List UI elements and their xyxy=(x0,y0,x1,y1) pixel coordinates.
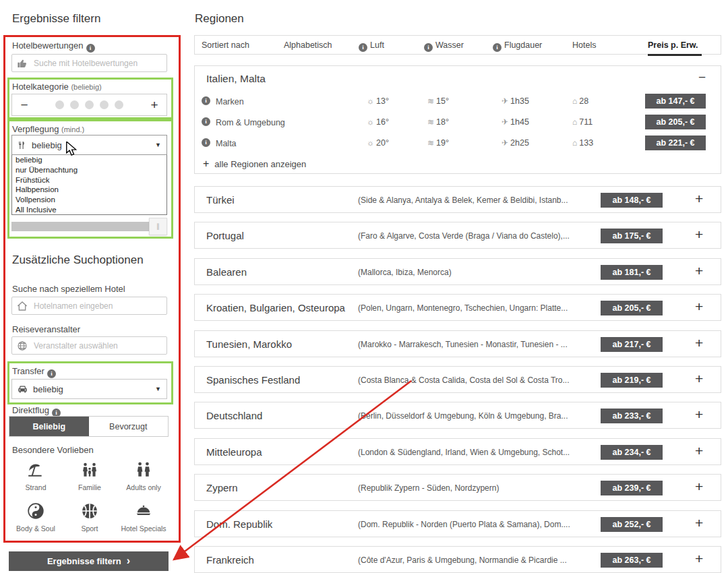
sort-option-wasser[interactable]: iWasser xyxy=(424,40,464,52)
filter-submit-button[interactable]: Ergebnisse filtern › xyxy=(9,551,169,571)
direktflug-option-beliebig[interactable]: Beliebig xyxy=(9,417,89,436)
house-icon xyxy=(17,301,28,311)
yin-yang-icon xyxy=(27,502,44,520)
info-icon: i xyxy=(493,43,502,52)
veranstalter-input[interactable] xyxy=(11,336,167,355)
pref-familie[interactable]: Familie xyxy=(63,461,117,491)
region-description: (London & Südengland, Irland, Wien & Umg… xyxy=(358,448,570,457)
expand-plus-icon[interactable]: + xyxy=(695,479,703,495)
region-name: Spanisches Festland xyxy=(206,374,300,386)
hotel-count: ⌂133 xyxy=(572,138,593,148)
show-all-regions-link[interactable]: +alle Regionen anzeigen xyxy=(203,158,306,170)
price-badge[interactable]: ab 148,- € xyxy=(601,193,663,208)
region-name: Mitteleuropa xyxy=(206,446,262,458)
price-badge[interactable]: ab 217,- € xyxy=(601,337,663,352)
region-row[interactable]: Deutschland (Berlin, Düsseldorf & Umgebu… xyxy=(194,402,721,429)
region-description: (Mallorca, Ibiza, Menorca) xyxy=(358,268,452,277)
price-badge[interactable]: ab 252,- € xyxy=(601,517,663,532)
sort-option-preis[interactable]: Preis p. Erw. xyxy=(648,40,698,50)
collapse-minus-icon[interactable]: − xyxy=(698,70,706,85)
hotelkategorie-label: Hotelkategorie (beliebig) xyxy=(12,82,102,92)
expand-plus-icon[interactable]: + xyxy=(695,443,703,459)
transfer-select[interactable]: beliebig ▼ xyxy=(11,379,167,399)
info-icon[interactable]: i xyxy=(202,138,210,147)
expanded-region-card: Italien, Malta − i Marken ☼13° ≋15° ✈1h3… xyxy=(194,65,721,174)
price-badge[interactable]: ab 233,- € xyxy=(601,409,663,423)
region-row[interactable]: Zypern (Republik Zypern - Süden, Nordzyp… xyxy=(194,474,721,501)
region-row[interactable]: Tunesien, Marokko (Marokko - Marrakesch,… xyxy=(194,330,721,357)
dropdown-option[interactable]: Halbpension xyxy=(12,185,166,195)
region-row[interactable]: Mitteleuropa (London & Südengland, Irlan… xyxy=(194,438,721,465)
car-icon xyxy=(18,385,28,394)
pref-strand[interactable]: Strand xyxy=(9,461,63,491)
sun-icon: ☼ xyxy=(367,96,374,106)
vorlieben-grid: Strand Familie Adults only Body & Soul S… xyxy=(9,461,171,533)
pref-sport[interactable]: Sport xyxy=(63,502,117,533)
price-badge[interactable]: ab 263,- € xyxy=(601,553,663,568)
region-row[interactable]: Portugal (Faro & Algarve, Costa Verde (B… xyxy=(194,222,721,249)
subregion-row[interactable]: i Marken ☼13° ≋15° ✈1h35 ⌂28 ab 147,- € xyxy=(195,91,721,112)
vorlieben-label: Besondere Vorlieben xyxy=(12,445,94,455)
region-description: (Dom. Republik - Norden (Puerto Plata & … xyxy=(358,520,570,529)
plane-icon: ✈ xyxy=(502,96,508,106)
dropdown-option[interactable]: nur Übernachtung xyxy=(12,165,166,175)
subregion-row[interactable]: i Malta ☼20° ≋19° ✈2h25 ⌂133 ab 221,- € xyxy=(195,133,721,154)
expand-plus-icon[interactable]: + xyxy=(695,406,703,423)
basketball-icon xyxy=(81,502,98,520)
region-row[interactable]: Balearen (Mallorca, Ibiza, Menorca) ab 1… xyxy=(194,258,721,285)
price-badge[interactable]: ab 205,- € xyxy=(601,301,663,315)
info-icon[interactable]: i xyxy=(202,96,210,105)
sort-option-hotels[interactable]: Hotels xyxy=(572,40,596,50)
price-badge[interactable]: ab 205,- € xyxy=(645,115,706,129)
sort-option-luft[interactable]: iLuft xyxy=(359,40,384,52)
price-badge[interactable]: ab 221,- € xyxy=(645,135,706,150)
price-badge[interactable]: ab 181,- € xyxy=(601,265,663,280)
sort-label: Sortiert nach xyxy=(202,40,249,50)
price-badge[interactable]: ab 147,- € xyxy=(645,94,706,109)
pref-adults-only[interactable]: Adults only xyxy=(117,461,171,491)
region-row[interactable]: Frankreich (Côte d'Azur, Paris & Umgebun… xyxy=(194,546,721,573)
verpflegung-select[interactable]: beliebig ▼ xyxy=(11,135,167,155)
plane-icon: ✈ xyxy=(502,117,508,127)
dropdown-option[interactable]: Vollpension xyxy=(12,195,166,205)
expand-plus-icon[interactable]: + xyxy=(695,335,703,351)
expand-plus-icon[interactable]: + xyxy=(695,299,703,315)
water-temp: ≋15° xyxy=(427,96,449,106)
region-row[interactable]: Spanisches Festland (Costa Blanca & Cost… xyxy=(194,366,721,393)
sort-option-flugdauer[interactable]: iFlugdauer xyxy=(493,40,542,52)
info-icon[interactable]: i xyxy=(86,44,95,53)
info-icon: i xyxy=(359,43,367,52)
category-minus-button[interactable]: − xyxy=(12,98,36,113)
category-dots xyxy=(36,100,142,109)
pref-hotel-specials[interactable]: Hotel Specials xyxy=(117,502,171,533)
region-name: Frankreich xyxy=(206,554,254,566)
dropdown-option[interactable]: Frühstück xyxy=(12,175,166,185)
direktflug-option-bevorzugt[interactable]: Bevorzugt xyxy=(89,417,169,436)
region-name: Zypern xyxy=(206,482,238,493)
expand-plus-icon[interactable]: + xyxy=(695,263,703,279)
region-row[interactable]: Kroatien, Bulgarien, Osteuropa (Polen, U… xyxy=(194,294,721,321)
hotelbewertungen-input[interactable] xyxy=(11,54,167,72)
price-badge[interactable]: ab 239,- € xyxy=(601,481,663,495)
region-name: Dom. Republik xyxy=(206,518,272,530)
info-icon[interactable]: i xyxy=(47,369,56,378)
expand-plus-icon[interactable]: + xyxy=(695,515,703,531)
info-icon[interactable]: i xyxy=(202,117,210,126)
price-badge[interactable]: ab 234,- € xyxy=(601,445,663,460)
expand-plus-icon[interactable]: + xyxy=(695,227,703,243)
expand-plus-icon[interactable]: + xyxy=(695,551,703,567)
category-plus-button[interactable]: + xyxy=(142,98,166,113)
region-row[interactable]: Dom. Republik (Dom. Republik - Norden (P… xyxy=(194,510,721,537)
pref-body-soul[interactable]: Body & Soul xyxy=(9,502,63,533)
water-temp: ≋19° xyxy=(427,138,449,148)
price-badge[interactable]: ab 219,- € xyxy=(601,373,663,388)
region-row[interactable]: Türkei (Side & Alanya, Antalya & Belek, … xyxy=(194,186,721,213)
subregion-row[interactable]: i Rom & Umgebung ☼16° ≋18° ✈1h45 ⌂711 ab… xyxy=(195,112,721,133)
hotel-search-input[interactable] xyxy=(11,297,167,315)
price-badge[interactable]: ab 175,- € xyxy=(601,229,663,243)
dropdown-option[interactable]: All Inclusive xyxy=(12,205,166,215)
expand-plus-icon[interactable]: + xyxy=(695,371,703,387)
expand-plus-icon[interactable]: + xyxy=(695,191,703,207)
sort-option-alphabetisch[interactable]: Alphabetisch xyxy=(284,40,332,50)
dropdown-option[interactable]: beliebig xyxy=(12,155,166,165)
